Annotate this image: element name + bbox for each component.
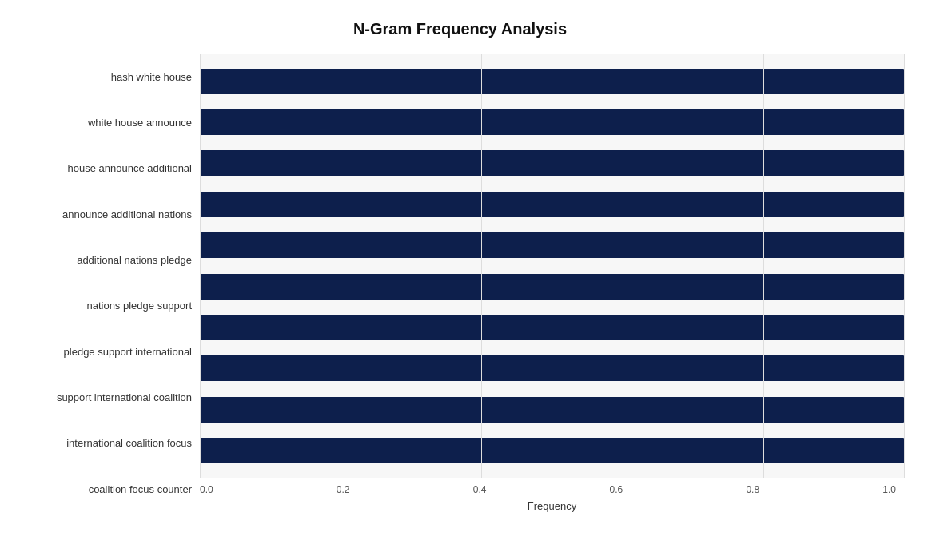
- y-label: white house announce: [88, 117, 192, 129]
- bar: [200, 232, 904, 258]
- bar-row: [200, 66, 904, 97]
- bar-row: [200, 353, 904, 383]
- x-tick: 0.6: [610, 484, 623, 495]
- bar-row: [200, 435, 904, 466]
- x-tick: 0.0: [200, 484, 213, 495]
- y-label: pledge support international: [64, 346, 192, 359]
- y-label: coalition focus counter: [89, 483, 192, 496]
- bar: [200, 274, 904, 300]
- bar: [200, 438, 904, 463]
- y-label: house announce additional: [68, 162, 192, 175]
- bar-row: [200, 395, 904, 425]
- y-label: announce additional nations: [62, 209, 192, 221]
- y-labels: hash white housewhite house announcehous…: [16, 54, 200, 512]
- bar: [200, 192, 904, 217]
- x-axis-label: Frequency: [200, 500, 904, 512]
- bar-row: [200, 312, 904, 343]
- bar: [200, 69, 904, 94]
- y-label: hash white house: [111, 71, 192, 84]
- chart-area: hash white housewhite house announcehous…: [16, 54, 904, 512]
- x-tick: 0.8: [746, 484, 759, 495]
- y-label: additional nations pledge: [77, 254, 192, 267]
- bar-row: [200, 148, 904, 178]
- bar-row: [200, 230, 904, 260]
- bar: [200, 355, 904, 381]
- y-label: nations pledge support: [86, 300, 192, 312]
- chart-title: N-Gram Frequency Analysis: [353, 20, 567, 38]
- bars-area: [200, 54, 904, 478]
- x-tick: 0.4: [473, 484, 487, 495]
- y-label: support international coalition: [57, 391, 192, 404]
- bar-row: [200, 107, 904, 137]
- x-tick: 1.0: [882, 484, 896, 495]
- bar-row: [200, 189, 904, 220]
- chart-container: N-Gram Frequency Analysis hash white hou…: [0, 0, 936, 560]
- grid-line: [904, 54, 905, 478]
- bar: [200, 150, 904, 176]
- x-axis: 0.00.20.40.60.81.0: [200, 478, 904, 495]
- bar: [200, 397, 904, 423]
- bars-and-xaxis: 0.00.20.40.60.81.0 Frequency: [200, 54, 904, 512]
- y-label: international coalition focus: [66, 437, 192, 450]
- bar-row: [200, 272, 904, 302]
- bar: [200, 109, 904, 135]
- bar: [200, 315, 904, 340]
- x-tick: 0.2: [337, 484, 350, 495]
